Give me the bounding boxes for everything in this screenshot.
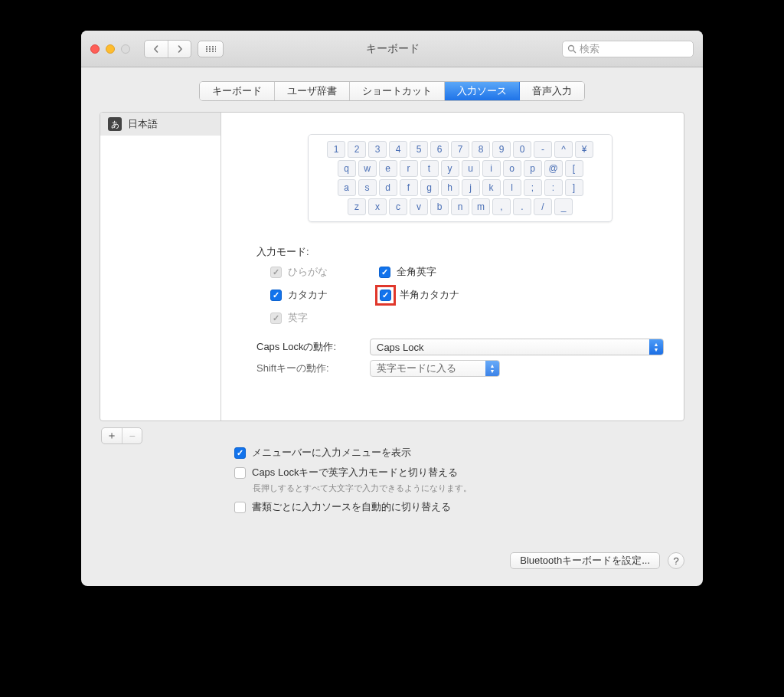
svg-point-4 bbox=[206, 48, 207, 50]
checkbox-hankaku-katakana[interactable]: 半角カタカナ bbox=[379, 288, 498, 302]
forward-button[interactable] bbox=[168, 41, 191, 57]
tab-user-dictionary[interactable]: ユーザ辞書 bbox=[275, 82, 350, 100]
checkbox-katakana[interactable]: カタカナ bbox=[270, 288, 377, 302]
key: @ bbox=[544, 160, 563, 177]
svg-point-0 bbox=[206, 46, 207, 47]
key: m bbox=[472, 198, 490, 215]
svg-point-6 bbox=[212, 48, 214, 50]
key: / bbox=[534, 198, 552, 215]
highlight-box bbox=[375, 285, 396, 306]
key: . bbox=[513, 198, 531, 215]
tab-shortcuts[interactable]: ショートカット bbox=[350, 82, 445, 100]
key: f bbox=[400, 179, 418, 196]
help-button[interactable]: ? bbox=[668, 552, 684, 569]
key: 7 bbox=[451, 141, 469, 158]
bluetooth-setup-button[interactable]: Bluetoothキーボードを設定... bbox=[510, 552, 660, 569]
tab-segment: キーボード ユーザ辞書 ショートカット 入力ソース 音声入力 bbox=[199, 81, 585, 101]
key: e bbox=[379, 160, 397, 177]
show-all-button[interactable] bbox=[198, 41, 224, 57]
key: d bbox=[379, 179, 397, 196]
checkbox-icon bbox=[270, 290, 282, 301]
chevron-updown-icon: ▲▼ bbox=[485, 361, 499, 376]
key: 8 bbox=[472, 141, 490, 158]
minimize-icon[interactable] bbox=[106, 44, 115, 54]
key: i bbox=[482, 160, 501, 177]
key: 1 bbox=[327, 141, 345, 158]
key: ^ bbox=[554, 141, 573, 158]
shift-select[interactable]: 英字モードに入る ▲▼ bbox=[370, 360, 500, 377]
key: ] bbox=[565, 179, 583, 196]
key: k bbox=[482, 179, 501, 196]
back-button[interactable] bbox=[145, 41, 168, 57]
svg-point-1 bbox=[209, 46, 211, 47]
key: ¥ bbox=[575, 141, 593, 158]
svg-point-5 bbox=[209, 48, 211, 50]
key: 3 bbox=[368, 141, 387, 158]
footer: Bluetoothキーボードを設定... ? bbox=[81, 535, 703, 586]
key: 6 bbox=[430, 141, 449, 158]
titlebar: キーボード 検索 bbox=[81, 31, 703, 67]
japanese-icon: あ bbox=[108, 117, 122, 131]
source-japanese[interactable]: あ 日本語 bbox=[100, 113, 220, 136]
window-title: キーボード bbox=[230, 42, 556, 56]
source-list: あ 日本語 bbox=[100, 113, 221, 420]
key: v bbox=[410, 198, 428, 215]
capslock-hint: 長押しするとすべて大文字で入力できるようになります。 bbox=[234, 483, 684, 494]
below-panel: ＋ − bbox=[100, 421, 684, 444]
key: w bbox=[358, 160, 377, 177]
zoom-icon bbox=[121, 44, 130, 54]
svg-point-13 bbox=[569, 45, 574, 51]
preferences-window: キーボード 検索 キーボード ユーザ辞書 ショートカット 入力ソース 音声入力 … bbox=[81, 31, 703, 586]
key: x bbox=[368, 198, 387, 215]
remove-button: − bbox=[122, 428, 142, 443]
add-button[interactable]: ＋ bbox=[102, 428, 122, 443]
checkbox-per-document[interactable]: 書類ごとに入力ソースを自動的に切り替える bbox=[234, 500, 684, 514]
key: u bbox=[462, 160, 480, 177]
content-area: あ 日本語 1234567890-^¥ qwertyuiop@[ asdfghj… bbox=[81, 112, 703, 535]
key: 9 bbox=[492, 141, 511, 158]
chevron-updown-icon: ▲▼ bbox=[649, 339, 663, 355]
checkbox-hiragana: ひらがな bbox=[270, 265, 377, 279]
tab-keyboard[interactable]: キーボード bbox=[200, 82, 275, 100]
key: r bbox=[400, 160, 418, 177]
key: 0 bbox=[513, 141, 531, 158]
key: p bbox=[524, 160, 542, 177]
detail-pane: 1234567890-^¥ qwertyuiop@[ asdfghjkl;:] … bbox=[221, 113, 684, 420]
checkbox-eiji: 英字 bbox=[270, 311, 377, 325]
checkbox-show-input-menu[interactable]: メニューバーに入力メニューを表示 bbox=[234, 446, 684, 460]
svg-point-12 bbox=[215, 51, 216, 52]
tab-input-sources[interactable]: 入力ソース bbox=[445, 82, 520, 100]
capslock-label: Caps Lockの動作: bbox=[256, 340, 364, 354]
tab-dictation[interactable]: 音声入力 bbox=[520, 82, 584, 100]
input-mode-grid: ひらがな 全角英字 カタカナ 半角カタカナ bbox=[256, 265, 664, 325]
key: q bbox=[338, 160, 356, 177]
svg-point-9 bbox=[212, 51, 214, 52]
key: , bbox=[492, 198, 511, 215]
key: 4 bbox=[389, 141, 407, 158]
add-remove-segment: ＋ − bbox=[101, 427, 142, 444]
checkbox-icon bbox=[270, 313, 282, 324]
key: t bbox=[420, 160, 439, 177]
key: y bbox=[441, 160, 459, 177]
checkbox-icon bbox=[270, 267, 282, 278]
svg-point-8 bbox=[209, 51, 211, 52]
key: 5 bbox=[410, 141, 428, 158]
shift-row: Shiftキーの動作: 英字モードに入る ▲▼ bbox=[256, 360, 664, 377]
nav-back-forward bbox=[144, 40, 191, 58]
svg-point-7 bbox=[206, 51, 207, 52]
checkbox-zenkaku-eiji[interactable]: 全角英字 bbox=[379, 265, 498, 279]
search-input[interactable]: 検索 bbox=[562, 41, 694, 57]
svg-line-14 bbox=[573, 51, 576, 53]
key: s bbox=[358, 179, 377, 196]
key: b bbox=[430, 198, 449, 215]
tab-bar: キーボード ユーザ辞書 ショートカット 入力ソース 音声入力 bbox=[81, 67, 703, 112]
bottom-options: メニューバーに入力メニューを表示 Caps Lockキーで英字入力モードと切り替… bbox=[234, 444, 684, 514]
capslock-select[interactable]: Caps Lock ▲▼ bbox=[370, 339, 664, 355]
key: c bbox=[389, 198, 407, 215]
checkbox-capslock-switch[interactable]: Caps Lockキーで英字入力モードと切り替える bbox=[234, 466, 684, 479]
checkbox-icon bbox=[234, 467, 246, 479]
input-mode-label: 入力モード: bbox=[256, 245, 664, 259]
close-icon[interactable] bbox=[90, 44, 100, 54]
search-placeholder: 検索 bbox=[580, 42, 599, 56]
shift-label: Shiftキーの動作: bbox=[256, 362, 364, 375]
